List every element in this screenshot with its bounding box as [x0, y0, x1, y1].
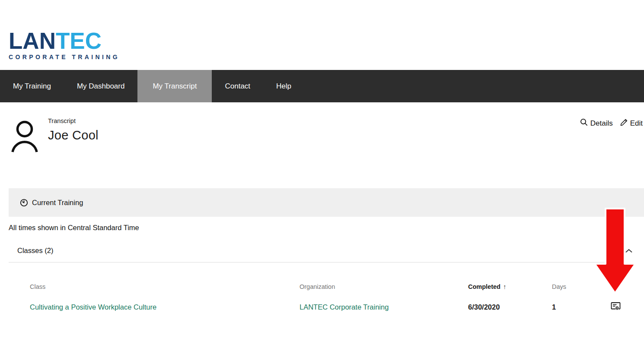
nav-item-my-dashboard[interactable]: My Dashboard [64, 70, 138, 102]
current-training-section-header: Current Training [9, 188, 644, 217]
clock-icon [20, 199, 28, 207]
sort-ascending-icon: ↑ [503, 283, 507, 290]
class-name-link[interactable]: Cultivating a Positive Workplace Culture [30, 303, 156, 311]
logo-text-tec: TEC [56, 28, 102, 54]
chevron-up-icon [625, 249, 633, 253]
nav-item-my-transcript[interactable]: My Transcript [137, 70, 212, 102]
edit-button[interactable]: Edit [620, 118, 643, 129]
current-training-title: Current Training [32, 199, 83, 207]
column-header-days[interactable]: Days [552, 283, 611, 290]
logo-wordmark: LANTEC [9, 29, 120, 52]
header-actions: Details Edit [580, 118, 643, 129]
user-avatar-icon [10, 119, 38, 155]
user-name: Joe Cool [48, 128, 99, 142]
nav-item-my-training[interactable]: My Training [0, 70, 64, 102]
class-table-row: Cultivating a Positive Workplace Culture… [30, 301, 644, 313]
lantec-logo[interactable]: LANTEC CORPORATE TRAINING [9, 29, 120, 60]
edit-label: Edit [630, 119, 643, 128]
column-header-completed[interactable]: Completed↑ [468, 283, 552, 290]
organization-link[interactable]: LANTEC Corporate Training [300, 303, 389, 311]
classes-divider [9, 262, 624, 263]
pencil-icon [620, 118, 628, 129]
completed-date-value: 6/30/2020 [468, 303, 552, 311]
details-button[interactable]: Details [580, 118, 613, 129]
main-nav: My Training My Dashboard My Transcript C… [0, 70, 644, 102]
column-header-organization[interactable]: Organization [300, 283, 468, 290]
collapse-classes-button[interactable] [623, 247, 634, 255]
nav-item-help[interactable]: Help [263, 70, 304, 102]
column-header-class[interactable]: Class [30, 283, 300, 290]
classes-group-header: Classes (2) [17, 247, 634, 255]
days-value: 1 [552, 303, 611, 311]
magnifier-icon [580, 118, 588, 129]
classes-count-label: Classes (2) [17, 247, 53, 255]
timezone-note: All times shown in Central Standard Time [9, 224, 139, 232]
classes-table-header: Class Organization Completed↑ Days [30, 283, 644, 290]
details-label: Details [590, 119, 613, 128]
profile-header: Transcript Joe Cool [48, 117, 99, 142]
logo-text-lan: LAN [9, 28, 56, 54]
page-kicker: Transcript [48, 117, 99, 124]
certificate-icon[interactable] [611, 301, 621, 311]
logo-tagline: CORPORATE TRAINING [9, 54, 120, 60]
nav-item-contact[interactable]: Contact [212, 70, 263, 102]
